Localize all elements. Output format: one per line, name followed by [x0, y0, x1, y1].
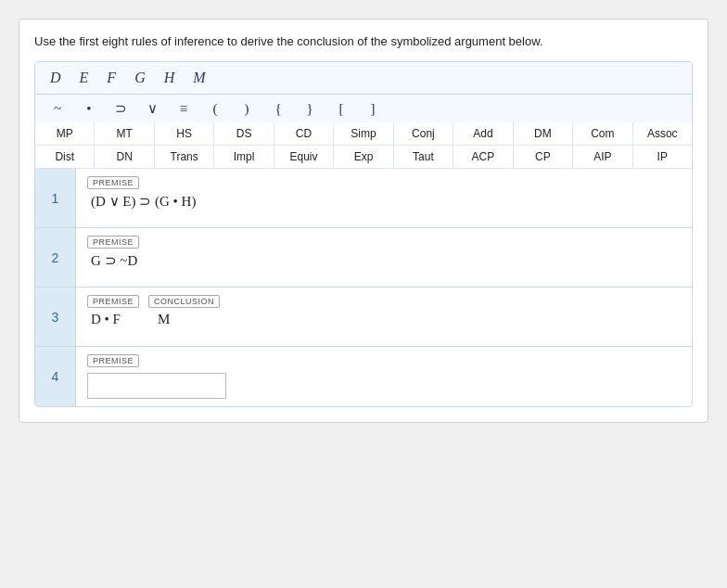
- rule-acp[interactable]: ACP: [453, 146, 513, 168]
- proof-content-4: PREMISE: [76, 347, 692, 406]
- symbol-4[interactable]: ≡: [176, 101, 191, 117]
- rule-cd[interactable]: CD: [274, 122, 334, 145]
- proof-formula-3: D • FM: [87, 312, 681, 327]
- proof-row-2: 2PREMISEG ⊃ ~D: [35, 228, 692, 288]
- proof-row-1: 1PREMISE(D ∨ E) ⊃ (G • H): [35, 169, 692, 228]
- variable-F: F: [107, 70, 116, 86]
- rule-mt[interactable]: MT: [95, 122, 154, 145]
- rule-mp[interactable]: MP: [35, 122, 95, 145]
- label-badge-premise-1: PREMISE: [87, 176, 139, 189]
- symbol-2[interactable]: ⊃: [113, 100, 128, 117]
- symbol-1[interactable]: •: [82, 101, 96, 117]
- rule-dist[interactable]: Dist: [35, 146, 95, 168]
- proof-section: 1PREMISE(D ∨ E) ⊃ (G • H)2PREMISEG ⊃ ~D3…: [35, 169, 692, 406]
- variable-G: G: [134, 70, 146, 86]
- rule-simp[interactable]: Simp: [334, 122, 393, 145]
- rule-hs[interactable]: HS: [155, 122, 214, 145]
- symbol-3[interactable]: ∨: [145, 100, 159, 117]
- proof-labels-3: PREMISECONCLUSION: [87, 295, 681, 308]
- rule-add[interactable]: Add: [453, 122, 513, 145]
- rule-taut[interactable]: Taut: [394, 146, 453, 168]
- rule-ds[interactable]: DS: [214, 122, 274, 145]
- proof-num-2: 2: [35, 228, 76, 287]
- proof-conclusion-3: M: [158, 312, 170, 327]
- label-badge-conclusion-3: CONCLUSION: [148, 295, 220, 308]
- variable-H: H: [164, 70, 175, 86]
- symbol-7[interactable]: {: [271, 101, 286, 117]
- rule-exp[interactable]: Exp: [334, 146, 393, 168]
- rule-aip[interactable]: AIP: [573, 146, 632, 168]
- rules-row-2: DistDNTransImplEquivExpTautACPCPAIPIP: [35, 146, 692, 169]
- proof-labels-2: PREMISE: [87, 236, 681, 249]
- symbol-10[interactable]: ]: [365, 101, 380, 117]
- variable-D: D: [50, 70, 61, 86]
- rule-dn[interactable]: DN: [95, 146, 154, 168]
- proof-content-2: PREMISEG ⊃ ~D: [76, 228, 692, 287]
- proof-row-3: 3PREMISECONCLUSIOND • FM: [35, 288, 692, 347]
- proof-formula-2: G ⊃ ~D: [87, 252, 681, 269]
- proof-num-1: 1: [35, 169, 76, 227]
- symbol-6[interactable]: ): [239, 101, 254, 117]
- proof-num-4: 4: [35, 347, 76, 406]
- variables-row: DEFGHM: [35, 62, 692, 95]
- proof-content-1: PREMISE(D ∨ E) ⊃ (G • H): [76, 169, 692, 227]
- label-badge-premise-2: PREMISE: [87, 236, 139, 249]
- rule-assoc[interactable]: Assoc: [633, 122, 692, 145]
- variable-M: M: [193, 70, 205, 86]
- rule-equiv[interactable]: Equiv: [274, 146, 334, 168]
- variable-E: E: [80, 70, 89, 86]
- proof-formula-1: (D ∨ E) ⊃ (G • H): [87, 193, 681, 210]
- instruction-text: Use the first eight rules of inference t…: [34, 34, 693, 48]
- symbol-5[interactable]: (: [208, 101, 223, 117]
- label-badge-premise-4: PREMISE: [87, 354, 139, 367]
- page-container: Use the first eight rules of inference t…: [19, 19, 708, 423]
- proof-labels-4: PREMISE: [87, 354, 681, 367]
- rule-impl[interactable]: Impl: [214, 146, 274, 168]
- proof-num-3: 3: [35, 288, 76, 346]
- symbols-row: ~•⊃∨≡(){}[]: [35, 95, 692, 122]
- proof-labels-1: PREMISE: [87, 176, 681, 189]
- rule-ip[interactable]: IP: [633, 146, 692, 168]
- rule-conj[interactable]: Conj: [394, 122, 453, 145]
- proof-row-4: 4PREMISE: [35, 347, 692, 406]
- rule-trans[interactable]: Trans: [155, 146, 214, 168]
- symbol-8[interactable]: }: [302, 101, 317, 117]
- proof-input-4[interactable]: [87, 373, 226, 399]
- proof-content-3: PREMISECONCLUSIOND • FM: [76, 288, 692, 346]
- rules-section: MPMTHSDSCDSimpConjAddDMComAssoc DistDNTr…: [35, 122, 692, 169]
- rule-com[interactable]: Com: [573, 122, 632, 145]
- rule-cp[interactable]: CP: [514, 146, 573, 168]
- symbol-9[interactable]: [: [334, 101, 349, 117]
- label-badge-premise-3: PREMISE: [87, 295, 139, 308]
- rules-row-1: MPMTHSDSCDSimpConjAddDMComAssoc: [35, 122, 692, 146]
- rule-dm[interactable]: DM: [514, 122, 573, 145]
- symbol-0[interactable]: ~: [50, 101, 65, 117]
- logic-panel: DEFGHM ~•⊃∨≡(){}[] MPMTHSDSCDSimpConjAdd…: [34, 61, 693, 407]
